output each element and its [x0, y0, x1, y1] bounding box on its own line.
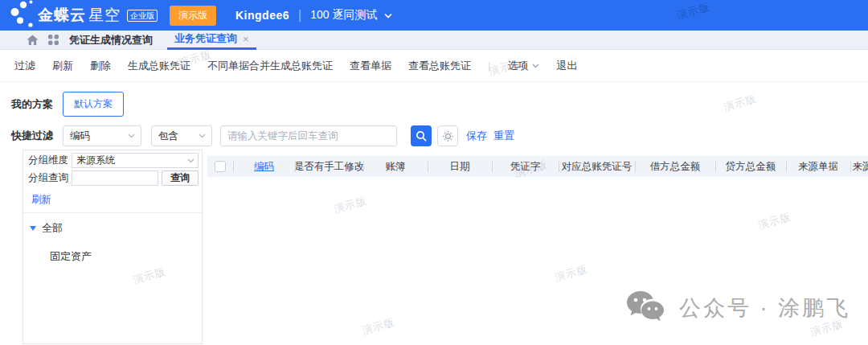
options-menu-button[interactable]: 选项: [507, 59, 539, 73]
group-query-label: 分组查询: [27, 171, 68, 185]
search-icon: [416, 130, 427, 142]
tree-node-all[interactable]: 全部: [30, 221, 202, 236]
chevron-down-icon: [128, 133, 135, 138]
demo-watermark: 演示版: [756, 210, 792, 233]
filter-field-value: 编码: [70, 129, 90, 143]
workspace-name: 100 逐同测试: [310, 8, 377, 23]
brand-light: 星空: [88, 6, 121, 23]
group-query-row: 分组查询 查询: [27, 170, 199, 186]
tree-node-fixed-assets[interactable]: 固定资产: [50, 249, 202, 264]
column-header-account-book[interactable]: 账簿: [363, 156, 428, 177]
group-dimension-value: 来源系统: [76, 154, 115, 167]
filter-settings-button[interactable]: [437, 125, 458, 146]
filter-button[interactable]: 过滤: [14, 59, 35, 73]
demo-watermark: 演示版: [360, 315, 396, 339]
brand-title: 金蝶云星空: [38, 5, 121, 26]
group-query-input[interactable]: [72, 170, 158, 186]
grid-header-row: 编码 是否有手工修改 账簿 日期 凭证字 对应总账凭证号 借方总金额 贷方总金额…: [207, 156, 868, 177]
group-dimension-label: 分组维度: [27, 154, 68, 167]
scheme-label: 我的方案: [11, 97, 53, 112]
filter-operator-value: 包含: [158, 129, 178, 143]
apps-grid-icon[interactable]: [47, 34, 59, 46]
generate-gl-voucher-button[interactable]: 生成总账凭证: [128, 59, 190, 73]
tab-voucher-generation-status[interactable]: 凭证生成情况查询: [69, 33, 153, 47]
author-credit-text: 公众号 · 涂鹏飞: [679, 294, 850, 322]
wechat-icon: [625, 290, 669, 327]
group-tree: 全部 固定资产: [23, 213, 202, 264]
group-dimension-row: 分组维度 来源系统: [27, 153, 199, 168]
column-header-credit-total[interactable]: 贷方总金额: [715, 156, 786, 177]
chevron-down-icon: [532, 64, 539, 68]
demo-watermark: 演示版: [332, 194, 368, 217]
reset-link[interactable]: 重置: [493, 129, 514, 143]
tree-node-all-label: 全部: [42, 221, 63, 236]
column-header-voucher-word[interactable]: 凭证字: [492, 156, 559, 177]
toolbar-divider: |: [488, 60, 490, 72]
brand-bold: 金蝶云: [38, 6, 86, 23]
save-link[interactable]: 保存: [466, 129, 487, 143]
gear-icon: [442, 130, 454, 142]
author-credit-watermark: 公众号 · 涂鹏飞: [625, 290, 850, 327]
grouping-panel: 分组维度 来源系统 分组查询 查询 刷新 全部 固定资产: [23, 150, 203, 344]
topbar-separator: |: [298, 8, 301, 23]
options-label: 选项: [507, 59, 528, 73]
column-header-source-bill[interactable]: 来源单据: [786, 156, 850, 177]
edition-badge: 企业版: [127, 10, 158, 22]
column-header-gl-voucher-no[interactable]: 对应总账凭证号: [559, 156, 635, 177]
refresh-button[interactable]: 刷新: [52, 59, 73, 73]
chevron-down-icon: [384, 13, 392, 18]
column-header-manual-modified[interactable]: 是否有手工修改: [295, 156, 363, 177]
column-header-source-bill-no[interactable]: 来源单据编号: [850, 156, 868, 177]
search-button[interactable]: [411, 125, 432, 146]
tab-business-voucher-query[interactable]: 业务凭证查询 ×: [167, 31, 256, 50]
panel-refresh-link[interactable]: 刷新: [31, 193, 51, 207]
caret-down-icon[interactable]: [30, 226, 36, 231]
select-all-checkbox[interactable]: [215, 161, 226, 172]
scheme-section: 我的方案 默认方案: [11, 92, 124, 117]
product-name: Kingdee6: [235, 9, 289, 22]
select-all-cell: [207, 156, 233, 177]
default-scheme-button[interactable]: 默认方案: [63, 92, 124, 117]
keyword-input[interactable]: [220, 125, 397, 146]
column-header-code[interactable]: 编码: [233, 156, 295, 177]
view-bill-button[interactable]: 查看单据: [350, 59, 391, 73]
top-app-bar: 金蝶云星空 企业版 演示版 Kingdee6 | 100 逐同测试: [0, 0, 868, 31]
tab-active-label: 业务凭证查询: [174, 31, 237, 46]
demo-watermark: 演示版: [809, 317, 845, 340]
demo-watermark: 演示版: [553, 262, 589, 285]
delete-button[interactable]: 删除: [90, 59, 111, 73]
column-header-date[interactable]: 日期: [428, 156, 492, 177]
group-dimension-select[interactable]: 来源系统: [72, 153, 199, 168]
exit-button[interactable]: 退出: [556, 59, 577, 73]
tab-bar: 凭证生成情况查询 业务凭证查询 ×: [0, 31, 868, 50]
chevron-down-icon: [199, 133, 206, 138]
demo-version-badge: 演示版: [170, 6, 216, 26]
kingdee-logo-icon: [4, 0, 36, 31]
quick-filter-section: 快捷过滤 编码 包含 保存 重置: [11, 125, 514, 146]
quick-filter-label: 快捷过滤: [11, 129, 53, 143]
group-query-button[interactable]: 查询: [162, 170, 199, 186]
workspace-switcher[interactable]: 100 逐同测试: [310, 8, 392, 23]
action-toolbar: 过滤 刷新 删除 生成总账凭证 不同单据合并生成总账凭证 查看单据 查看总账凭证…: [0, 50, 868, 82]
demo-watermark: 演示版: [722, 92, 758, 115]
chevron-down-icon: [187, 158, 194, 163]
merge-generate-gl-voucher-button[interactable]: 不同单据合并生成总账凭证: [207, 59, 333, 73]
close-icon[interactable]: ×: [243, 33, 249, 45]
column-header-debit-total[interactable]: 借方总金额: [635, 156, 715, 177]
home-icon[interactable]: [27, 35, 39, 46]
view-gl-voucher-button[interactable]: 查看总账凭证: [408, 59, 471, 73]
filter-field-select[interactable]: 编码: [63, 125, 141, 146]
filter-operator-select[interactable]: 包含: [151, 125, 212, 146]
